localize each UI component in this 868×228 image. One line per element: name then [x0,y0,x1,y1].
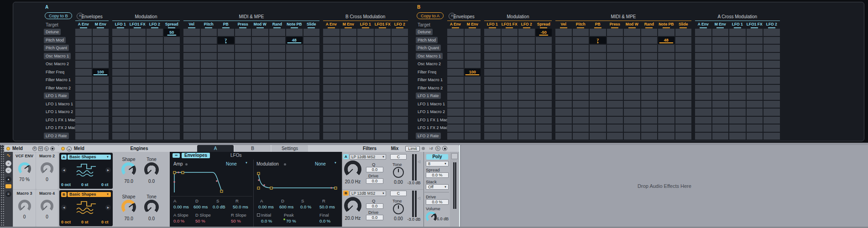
matrix-cell[interactable] [675,37,692,44]
mod-final[interactable]: 0.0 % [319,218,330,223]
matrix-cell[interactable] [235,45,251,52]
matrix-value-cell[interactable]: 48 [658,37,675,44]
macro3-knob[interactable] [18,200,31,212]
matrix-cell[interactable] [484,37,501,44]
copy-button[interactable]: Copy to B [45,12,72,19]
matrix-cell[interactable] [392,37,408,44]
macro1-knob[interactable] [18,162,31,175]
matrix-cell[interactable] [747,45,763,52]
matrix-cell[interactable] [323,45,340,52]
matrix-cell[interactable] [518,53,535,60]
matrix-cell[interactable] [502,85,518,92]
matrix-cell[interactable] [164,61,180,68]
matrix-cell[interactable] [573,124,589,132]
amp-env-map-dot[interactable] [185,163,188,166]
rack-hotswap-icon[interactable]: ↻ [44,146,49,151]
matrix-cell[interactable] [303,37,320,44]
matrix-cell[interactable] [465,53,481,60]
voices-dropdown[interactable]: 8▼ [426,161,449,166]
matrix-cell[interactable] [658,101,675,108]
matrix-cell[interactable] [164,124,180,132]
matrix-cell[interactable] [447,37,464,44]
matrix-cell[interactable] [590,53,606,60]
amp-env-graph[interactable] [172,168,250,195]
matrix-cell[interactable] [130,85,146,92]
matrix-cell[interactable] [75,61,92,68]
matrix-cell[interactable] [323,85,340,92]
matrix-cell[interactable] [465,117,481,124]
matrix-row-label[interactable]: Pitch Quant [416,45,441,51]
matrix-cell[interactable] [695,133,711,140]
matrix-cell[interactable] [183,85,200,92]
matrix-cell[interactable] [93,93,109,100]
matrix-cell[interactable] [201,61,217,68]
matrix-cell[interactable] [130,101,146,108]
matrix-cell[interactable] [218,117,234,124]
matrix-cell[interactable] [130,61,146,68]
matrix-cell[interactable] [303,133,320,140]
matrix-cell[interactable] [712,29,729,36]
matrix-cell[interactable] [392,61,408,68]
matrix-cell[interactable] [130,124,146,132]
filter-b-tone-value[interactable]: 0.00 [391,216,406,221]
matrix-cell[interactable] [183,93,200,100]
matrix-column-header[interactable]: LFO1 FX [130,22,146,26]
matrix-row-label[interactable]: Osc Macro 2 [44,61,71,67]
matrix-cell[interactable] [518,85,535,92]
matrix-cell[interactable] [392,117,408,124]
matrix-cell[interactable] [573,85,589,92]
matrix-cell[interactable] [607,37,623,44]
matrix-cell[interactable] [484,85,501,92]
matrix-column-header[interactable]: Press [235,22,251,26]
matrix-cell[interactable] [763,101,780,108]
matrix-row-label[interactable]: LFO 2 Rate [44,133,69,139]
mod-initial[interactable]: 0.0 % [261,218,272,223]
matrix-cell[interactable] [518,133,535,140]
matrix-cell[interactable] [218,85,234,92]
matrix-cell[interactable] [323,61,340,68]
matrix-cell[interactable] [624,133,640,140]
matrix-cell[interactable] [146,61,163,68]
envelope-link-icon[interactable]: ∞ [173,153,180,158]
matrix-cell[interactable] [93,45,109,52]
mod-attack[interactable]: 0.00 ms [258,204,274,209]
matrix-cell[interactable] [763,133,780,140]
engine-a-shape-knob[interactable] [121,162,136,177]
matrix-cell[interactable] [75,77,92,84]
matrix-cell[interactable] [502,53,518,60]
matrix-cell[interactable] [130,77,146,84]
matrix-cell[interactable] [252,29,268,36]
matrix-cell[interactable] [675,101,692,108]
matrix-column-header[interactable]: LFO 2 [518,22,535,26]
matrix-cell[interactable] [695,85,711,92]
matrix-cell[interactable] [218,61,234,68]
matrix-cell[interactable] [624,93,640,100]
matrix-cell[interactable] [675,117,692,124]
matrix-cell[interactable] [340,133,357,140]
matrix-cell[interactable] [536,133,552,140]
matrix-cell[interactable] [573,37,589,44]
matrix-cell[interactable] [146,109,163,116]
filter-b-tone-knob[interactable] [393,203,404,214]
mod-decay[interactable]: 600 ms [279,204,293,209]
matrix-cell[interactable] [323,53,340,60]
engine-b-st[interactable]: 0 st [81,220,89,224]
matrix-cell[interactable] [183,37,200,44]
matrix-cell[interactable] [502,77,518,84]
matrix-cell[interactable] [235,61,251,68]
matrix-cell[interactable] [747,117,763,124]
matrix-row-label[interactable]: LFO 2 Rate [416,133,441,139]
matrix-cell[interactable] [536,85,552,92]
matrix-cell[interactable] [235,85,251,92]
matrix-column-header[interactable]: M Env [465,22,481,26]
matrix-cell[interactable] [252,53,268,60]
filter-a-type-dropdown[interactable]: LP 12dB MS2 ▼ [350,154,386,160]
amp-decay[interactable]: 600 ms [193,204,208,209]
matrix-column-header[interactable]: Mod W [624,22,640,26]
matrix-cell[interactable] [536,45,552,52]
matrix-cell[interactable] [712,101,729,108]
mod-initial-checkbox[interactable] [257,213,260,217]
matrix-cell[interactable] [484,124,501,132]
matrix-cell[interactable] [340,69,357,76]
matrix-cell[interactable] [695,117,711,124]
